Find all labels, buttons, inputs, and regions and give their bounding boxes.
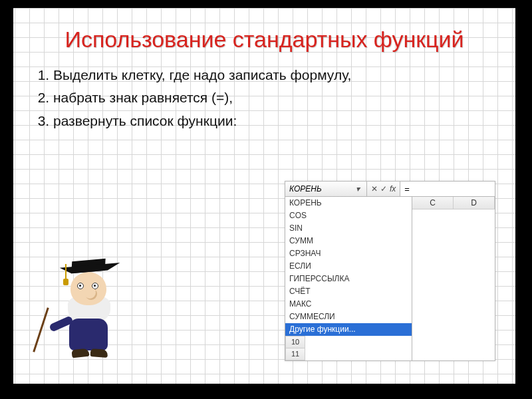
- function-item[interactable]: СЧЁТ: [285, 285, 412, 298]
- slide: Использование стандартных функций Выдели…: [13, 8, 515, 384]
- formula-buttons: ✕ ✓ fx: [367, 182, 400, 196]
- fx-icon[interactable]: fx: [390, 184, 396, 194]
- name-box[interactable]: КОРЕНЬ ▾: [285, 182, 367, 196]
- accept-icon[interactable]: ✓: [380, 184, 387, 194]
- excel-body: КОРЕНЬ COS SIN СУММ СРЗНАЧ ЕСЛИ ГИПЕРССЫ…: [285, 197, 495, 360]
- steps-list: Выделить клетку, где надо записать форму…: [53, 66, 489, 130]
- graduation-cap-icon: [71, 259, 105, 273]
- chevron-down-icon[interactable]: ▾: [353, 184, 362, 194]
- function-item[interactable]: COS: [285, 209, 412, 222]
- professor-illustration: [40, 260, 126, 360]
- tassel-icon: [65, 264, 66, 279]
- function-item[interactable]: СУММ: [285, 235, 412, 247]
- step-item: Выделить клетку, где надо записать форму…: [53, 66, 489, 84]
- column-header[interactable]: C: [412, 197, 454, 209]
- row-headers: 10 11: [285, 336, 305, 360]
- pointer-stick-icon: [33, 307, 49, 352]
- shoe-icon: [71, 348, 89, 358]
- column-headers: C D: [412, 197, 495, 209]
- cells-area[interactable]: [412, 209, 495, 323]
- formula-input[interactable]: =: [400, 182, 495, 196]
- formula-value: =: [404, 184, 410, 194]
- function-item-selected[interactable]: Другие функции...: [285, 323, 412, 336]
- grid-columns: C D: [412, 197, 495, 360]
- cancel-icon[interactable]: ✕: [371, 184, 378, 194]
- function-item[interactable]: ГИПЕРССЫЛКА: [285, 273, 412, 285]
- function-item[interactable]: ЕСЛИ: [285, 260, 412, 273]
- body-icon: [69, 319, 108, 350]
- name-box-value: КОРЕНЬ: [289, 184, 322, 194]
- eye-icon: [77, 283, 84, 289]
- row-header[interactable]: 11: [285, 348, 305, 360]
- shoe-icon: [90, 348, 108, 358]
- slide-title: Использование стандартных функций: [13, 8, 515, 53]
- row-header[interactable]: 10: [285, 336, 305, 348]
- step-item: развернуть список функции:: [53, 112, 489, 130]
- function-dropdown[interactable]: КОРЕНЬ COS SIN СУММ СРЗНАЧ ЕСЛИ ГИПЕРССЫ…: [285, 197, 412, 360]
- formula-bar: КОРЕНЬ ▾ ✕ ✓ fx =: [285, 182, 495, 197]
- function-item[interactable]: SIN: [285, 222, 412, 235]
- function-item[interactable]: СРЗНАЧ: [285, 247, 412, 260]
- function-item[interactable]: КОРЕНЬ: [285, 197, 412, 209]
- column-header[interactable]: D: [454, 197, 495, 209]
- step-item: набрать знак равняется (=),: [53, 88, 489, 107]
- function-item[interactable]: МАКС: [285, 298, 412, 311]
- nose-icon: [85, 288, 97, 300]
- function-item[interactable]: СУММЕСЛИ: [285, 311, 412, 323]
- excel-screenshot: КОРЕНЬ ▾ ✕ ✓ fx = КОРЕНЬ COS SIN СУММ СР…: [285, 181, 495, 361]
